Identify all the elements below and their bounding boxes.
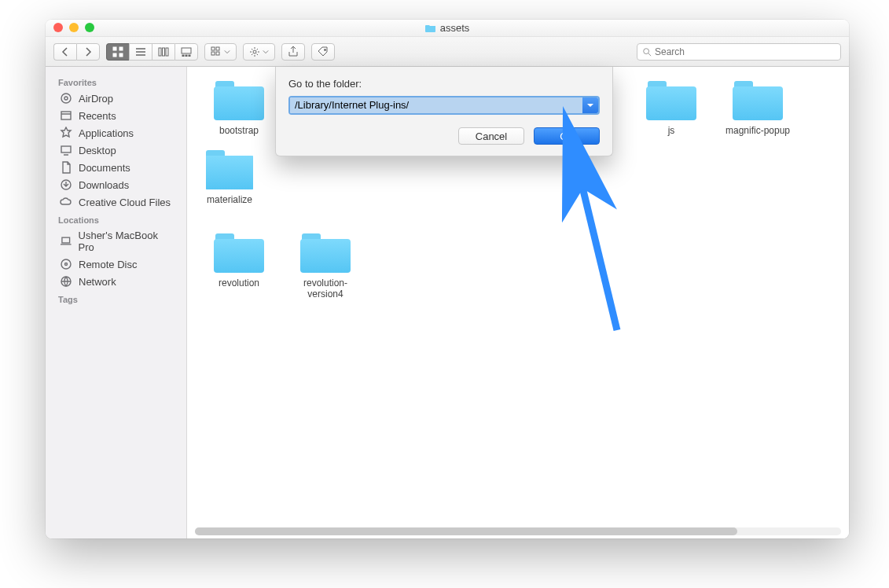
close-window-button[interactable] [53,23,63,32]
cancel-button[interactable]: Cancel [458,127,524,145]
gallery-view-button[interactable] [174,43,198,61]
svg-point-19 [64,97,68,100]
airdrop-icon [60,92,72,105]
sidebar-item-label: Creative Cloud Files [79,197,171,208]
horizontal-scrollbar[interactable] [195,527,841,535]
svg-rect-10 [189,55,190,57]
forward-button[interactable] [76,43,100,61]
folder-label: js [668,125,675,136]
sidebar-item-desktop[interactable]: Desktop [46,141,186,159]
combobox-dropdown-button[interactable] [582,97,598,113]
folder-path-combobox[interactable] [288,96,600,115]
sidebar-section-header: Locations [46,211,186,227]
svg-rect-13 [211,52,215,55]
svg-rect-5 [163,48,165,56]
scrollbar-thumb[interactable] [195,527,737,535]
laptop-icon [60,235,72,248]
folder-item[interactable]: magnific-popup [725,81,791,136]
gallery-icon [181,46,192,57]
folder-icon [214,81,264,120]
button-label: Cancel [476,130,507,142]
go-button[interactable]: Go [534,127,600,145]
sidebar-item-label: Network [79,276,116,288]
chevron-down-icon [586,101,594,109]
nav-buttons [53,43,100,61]
window-title: assets [425,22,470,34]
sidebar-item-applications[interactable]: Applications [46,124,186,141]
downloads-icon [60,178,72,191]
folder-icon [300,233,351,273]
disc-icon [60,258,72,270]
sidebar-item-remote-disc[interactable]: Remote Disc [46,255,186,273]
button-label: Go [560,130,573,142]
svg-rect-9 [186,55,187,57]
svg-rect-6 [166,48,168,56]
dialog-buttons: Cancel Go [288,127,600,145]
folder-label: revolution [219,277,259,288]
svg-rect-14 [216,52,219,55]
applications-icon [60,127,72,139]
sidebar-item-downloads[interactable]: Downloads [46,176,186,193]
sidebar-item-label: AirDrop [79,93,113,105]
svg-point-25 [65,263,68,266]
folder-icon [214,233,264,273]
maximize-window-button[interactable] [85,23,94,32]
list-view-button[interactable] [129,43,152,61]
network-icon [60,275,72,288]
svg-rect-2 [113,53,116,57]
column-view-button[interactable] [152,43,174,61]
folder-icon [733,81,783,120]
chevron-down-icon [263,46,269,57]
folder-icon [646,81,696,120]
folder-item[interactable]: materialize [206,150,253,205]
action-button[interactable] [243,43,275,61]
folder-item[interactable]: bootstrap [206,81,272,136]
documents-icon [60,161,72,174]
window-title-text: assets [440,22,470,34]
dialog-label: Go to the folder: [288,78,600,90]
sidebar-section-header: Favorites [46,73,186,90]
folder-path-input[interactable] [290,97,582,113]
folder-item[interactable]: revolution-version4 [292,233,358,300]
svg-rect-11 [211,47,215,50]
sidebar-item-recents[interactable]: Recents [46,107,186,124]
window-controls [53,23,94,32]
folder-item[interactable]: js [638,81,704,136]
sidebar-item-label: Documents [79,162,130,174]
share-button[interactable] [281,43,305,61]
icon-view-button[interactable] [106,43,129,61]
svg-rect-1 [119,47,123,50]
desktop-icon [60,144,72,156]
arrange-group [204,43,237,61]
minimize-window-button[interactable] [69,23,79,32]
sidebar-item-network[interactable]: Network [46,273,186,290]
sidebar-item-macbook[interactable]: Usher's MacBook Pro [46,227,186,255]
chevron-right-icon [83,46,94,57]
svg-rect-21 [61,146,71,153]
search-field[interactable] [637,43,841,61]
titlebar: assets [46,20,849,37]
sidebar-item-label: Desktop [79,145,116,156]
folder-label: bootstrap [219,125,259,136]
folder-item[interactable]: revolution [206,233,272,300]
go-to-folder-dialog: Go to the folder: Cancel Go [275,67,613,156]
svg-point-15 [253,50,256,53]
folder-icon [206,150,253,189]
folder-label: magnific-popup [726,125,790,136]
folder-icon [425,24,436,32]
columns-icon [158,46,169,57]
arrange-button[interactable] [204,43,237,61]
svg-point-24 [61,259,71,269]
svg-rect-8 [182,55,184,57]
sidebar-item-label: Downloads [79,179,129,191]
sidebar-item-documents[interactable]: Documents [46,159,186,176]
svg-point-16 [325,49,326,50]
back-button[interactable] [53,43,76,61]
tags-button[interactable] [311,43,335,61]
sidebar-item-creative-cloud[interactable]: Creative Cloud Files [46,193,186,211]
sidebar-item-airdrop[interactable]: AirDrop [46,90,186,107]
chevron-left-icon [60,46,71,57]
search-input[interactable] [655,46,836,57]
svg-point-17 [644,48,649,53]
gear-icon [249,46,260,57]
